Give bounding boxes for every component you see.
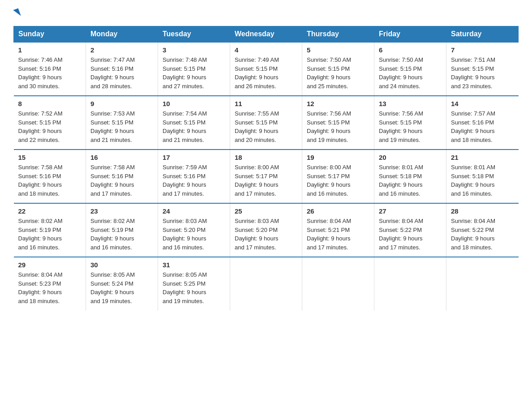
calendar-cell: 10Sunrise: 7:54 AMSunset: 5:15 PMDayligh… xyxy=(158,96,230,150)
day-number: 6 xyxy=(379,46,442,54)
day-info: Sunrise: 7:56 AMSunset: 5:15 PMDaylight:… xyxy=(307,109,369,144)
calendar-cell: 12Sunrise: 7:56 AMSunset: 5:15 PMDayligh… xyxy=(302,96,374,150)
day-number: 2 xyxy=(90,46,153,54)
day-number: 4 xyxy=(235,46,297,54)
calendar-cell: 2Sunrise: 7:47 AMSunset: 5:16 PMDaylight… xyxy=(86,42,158,96)
day-info: Sunrise: 8:00 AMSunset: 5:17 PMDaylight:… xyxy=(307,163,369,198)
day-info: Sunrise: 8:03 AMSunset: 5:20 PMDaylight:… xyxy=(163,217,225,252)
calendar-cell xyxy=(302,257,374,311)
day-info: Sunrise: 7:47 AMSunset: 5:16 PMDaylight:… xyxy=(90,56,153,90)
day-number: 9 xyxy=(90,100,153,107)
header-thursday: Thursday xyxy=(302,26,374,43)
calendar-cell: 15Sunrise: 7:58 AMSunset: 5:16 PMDayligh… xyxy=(14,150,86,203)
calendar-cell: 21Sunrise: 8:01 AMSunset: 5:18 PMDayligh… xyxy=(446,150,519,203)
day-info: Sunrise: 7:51 AMSunset: 5:15 PMDaylight:… xyxy=(451,56,514,90)
day-number: 22 xyxy=(18,207,82,215)
day-number: 17 xyxy=(163,154,225,161)
day-info: Sunrise: 7:59 AMSunset: 5:16 PMDaylight:… xyxy=(163,163,225,198)
day-number: 30 xyxy=(90,261,153,269)
day-info: Sunrise: 7:58 AMSunset: 5:16 PMDaylight:… xyxy=(18,163,82,198)
day-number: 21 xyxy=(451,154,514,161)
logo xyxy=(13,9,21,17)
day-info: Sunrise: 7:56 AMSunset: 5:15 PMDaylight:… xyxy=(379,109,442,144)
calendar-cell: 9Sunrise: 7:53 AMSunset: 5:15 PMDaylight… xyxy=(86,96,158,150)
day-number: 3 xyxy=(163,46,225,54)
day-number: 29 xyxy=(18,261,82,269)
day-number: 1 xyxy=(18,46,82,54)
calendar-cell: 11Sunrise: 7:55 AMSunset: 5:15 PMDayligh… xyxy=(230,96,302,150)
day-info: Sunrise: 7:53 AMSunset: 5:15 PMDaylight:… xyxy=(90,109,153,144)
calendar-cell: 6Sunrise: 7:50 AMSunset: 5:15 PMDaylight… xyxy=(374,42,446,96)
day-number: 19 xyxy=(307,154,369,161)
day-info: Sunrise: 7:46 AMSunset: 5:16 PMDaylight:… xyxy=(18,56,82,90)
page-header xyxy=(13,9,519,17)
day-number: 15 xyxy=(18,154,82,161)
calendar-cell xyxy=(446,257,519,311)
day-number: 28 xyxy=(451,207,514,215)
calendar-cell xyxy=(374,257,446,311)
day-info: Sunrise: 7:49 AMSunset: 5:15 PMDaylight:… xyxy=(235,56,297,90)
calendar-cell: 4Sunrise: 7:49 AMSunset: 5:15 PMDaylight… xyxy=(230,42,302,96)
calendar-cell: 5Sunrise: 7:50 AMSunset: 5:15 PMDaylight… xyxy=(302,42,374,96)
calendar-week-row: 1Sunrise: 7:46 AMSunset: 5:16 PMDaylight… xyxy=(14,42,519,96)
day-number: 27 xyxy=(379,207,442,215)
day-info: Sunrise: 7:58 AMSunset: 5:16 PMDaylight:… xyxy=(90,163,153,198)
calendar-cell: 1Sunrise: 7:46 AMSunset: 5:16 PMDaylight… xyxy=(14,42,86,96)
day-info: Sunrise: 8:04 AMSunset: 5:22 PMDaylight:… xyxy=(379,217,442,252)
calendar-table: SundayMondayTuesdayWednesdayThursdayFrid… xyxy=(13,26,519,311)
header-saturday: Saturday xyxy=(446,26,519,43)
day-info: Sunrise: 8:03 AMSunset: 5:20 PMDaylight:… xyxy=(235,217,297,252)
header-tuesday: Tuesday xyxy=(158,26,230,43)
calendar-week-row: 29Sunrise: 8:04 AMSunset: 5:23 PMDayligh… xyxy=(14,257,519,311)
day-info: Sunrise: 8:02 AMSunset: 5:19 PMDaylight:… xyxy=(18,217,82,252)
day-number: 7 xyxy=(451,46,514,54)
day-number: 26 xyxy=(307,207,369,215)
header-wednesday: Wednesday xyxy=(230,26,302,43)
calendar-cell: 13Sunrise: 7:56 AMSunset: 5:15 PMDayligh… xyxy=(374,96,446,150)
calendar-cell: 22Sunrise: 8:02 AMSunset: 5:19 PMDayligh… xyxy=(14,203,86,257)
calendar-cell: 27Sunrise: 8:04 AMSunset: 5:22 PMDayligh… xyxy=(374,203,446,257)
day-number: 8 xyxy=(18,100,82,107)
day-number: 24 xyxy=(163,207,225,215)
calendar-cell: 28Sunrise: 8:04 AMSunset: 5:22 PMDayligh… xyxy=(446,203,519,257)
day-info: Sunrise: 7:50 AMSunset: 5:15 PMDaylight:… xyxy=(379,56,442,90)
calendar-header-row: SundayMondayTuesdayWednesdayThursdayFrid… xyxy=(14,26,519,43)
day-info: Sunrise: 7:55 AMSunset: 5:15 PMDaylight:… xyxy=(235,109,297,144)
day-number: 23 xyxy=(90,207,153,215)
calendar-cell: 29Sunrise: 8:04 AMSunset: 5:23 PMDayligh… xyxy=(14,257,86,311)
day-info: Sunrise: 8:04 AMSunset: 5:21 PMDaylight:… xyxy=(307,217,369,252)
day-number: 5 xyxy=(307,46,369,54)
day-number: 13 xyxy=(379,100,442,107)
day-number: 14 xyxy=(451,100,514,107)
header-friday: Friday xyxy=(374,26,446,43)
calendar-cell: 7Sunrise: 7:51 AMSunset: 5:15 PMDaylight… xyxy=(446,42,519,96)
day-info: Sunrise: 8:04 AMSunset: 5:23 PMDaylight:… xyxy=(18,270,82,305)
calendar-cell: 8Sunrise: 7:52 AMSunset: 5:15 PMDaylight… xyxy=(14,96,86,150)
day-info: Sunrise: 8:05 AMSunset: 5:24 PMDaylight:… xyxy=(90,270,153,305)
calendar-cell: 26Sunrise: 8:04 AMSunset: 5:21 PMDayligh… xyxy=(302,203,374,257)
day-info: Sunrise: 7:54 AMSunset: 5:15 PMDaylight:… xyxy=(163,109,225,144)
header-monday: Monday xyxy=(86,26,158,43)
calendar-week-row: 8Sunrise: 7:52 AMSunset: 5:15 PMDaylight… xyxy=(14,96,519,150)
calendar-cell: 16Sunrise: 7:58 AMSunset: 5:16 PMDayligh… xyxy=(86,150,158,203)
day-number: 18 xyxy=(235,154,297,161)
logo-arrow-icon xyxy=(13,8,21,17)
day-number: 11 xyxy=(235,100,297,107)
calendar-cell: 3Sunrise: 7:48 AMSunset: 5:15 PMDaylight… xyxy=(158,42,230,96)
day-number: 10 xyxy=(163,100,225,107)
day-number: 20 xyxy=(379,154,442,161)
calendar-cell: 25Sunrise: 8:03 AMSunset: 5:20 PMDayligh… xyxy=(230,203,302,257)
calendar-cell: 14Sunrise: 7:57 AMSunset: 5:16 PMDayligh… xyxy=(446,96,519,150)
calendar-week-row: 22Sunrise: 8:02 AMSunset: 5:19 PMDayligh… xyxy=(14,203,519,257)
calendar-cell: 24Sunrise: 8:03 AMSunset: 5:20 PMDayligh… xyxy=(158,203,230,257)
calendar-cell: 19Sunrise: 8:00 AMSunset: 5:17 PMDayligh… xyxy=(302,150,374,203)
calendar-cell: 31Sunrise: 8:05 AMSunset: 5:25 PMDayligh… xyxy=(158,257,230,311)
day-number: 12 xyxy=(307,100,369,107)
calendar-cell: 23Sunrise: 8:02 AMSunset: 5:19 PMDayligh… xyxy=(86,203,158,257)
day-info: Sunrise: 8:05 AMSunset: 5:25 PMDaylight:… xyxy=(163,270,225,305)
day-info: Sunrise: 7:52 AMSunset: 5:15 PMDaylight:… xyxy=(18,109,82,144)
calendar-cell: 30Sunrise: 8:05 AMSunset: 5:24 PMDayligh… xyxy=(86,257,158,311)
calendar-week-row: 15Sunrise: 7:58 AMSunset: 5:16 PMDayligh… xyxy=(14,150,519,203)
day-number: 16 xyxy=(90,154,153,161)
day-number: 31 xyxy=(163,261,225,269)
